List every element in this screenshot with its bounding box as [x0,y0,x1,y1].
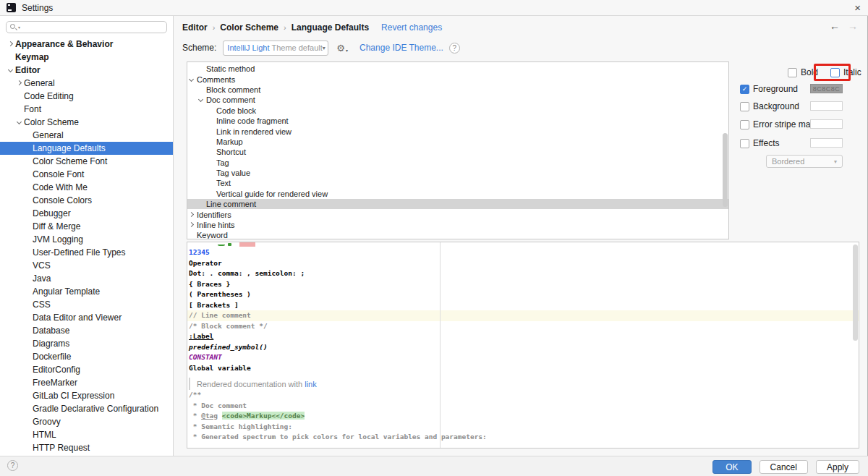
scheme-actions-gear-icon[interactable]: ⚙▾ [336,43,348,54]
preview-block-comment[interactable]: /* Block comment */ [189,321,859,332]
preview-doc-semantic-line[interactable]: * Semantic highlighting: [189,422,859,433]
sidebar-item[interactable]: Console Colors [0,194,174,207]
sidebar-item[interactable]: User-Defined File Types [0,246,174,259]
sidebar-item[interactable]: Appearance & Behavior [0,38,174,51]
sidebar-item[interactable]: Editor [0,64,174,77]
sidebar-item[interactable]: HTTP Request [0,441,174,454]
settings-search-box[interactable]: ▾ [6,21,167,33]
sidebar-item[interactable]: FreeMarker [0,376,174,389]
sidebar-item[interactable]: Debugger [0,207,174,220]
close-icon[interactable]: × [854,1,861,15]
attribute-item[interactable]: Text [187,178,728,188]
sidebar-item[interactable]: CSS [0,298,174,311]
attribute-item[interactable]: Comments [187,74,728,84]
sidebar-item[interactable]: Database [0,324,174,337]
attribute-item[interactable]: Inline hints [187,220,728,230]
sidebar-item[interactable]: Java [0,272,174,285]
attribute-item[interactable]: Line comment [187,199,728,209]
sidebar-item[interactable]: Keymap [0,51,174,64]
chevron-icon [207,137,216,146]
sidebar-item-label: Language Defaults [33,143,106,153]
attribute-item[interactable]: Tag [187,158,728,168]
help-icon[interactable]: ? [449,43,460,54]
foreground-checkbox[interactable]: ✓ [740,85,749,94]
breadcrumb-editor[interactable]: Editor [182,22,208,33]
attribute-item[interactable]: Code block [187,106,728,116]
sidebar-item[interactable]: Groovy [0,415,174,428]
preview-doc-generated-line[interactable]: * Generated spectrum to pick colors for … [189,432,859,443]
sidebar-item[interactable]: Code With Me [0,181,174,194]
preview-brackets-line[interactable]: [ Brackets ] [189,300,859,311]
attribute-item-label: Text [216,179,231,187]
preview-doc-comment-line[interactable]: * Doc comment [189,401,859,412]
sidebar-item[interactable]: HTML [0,428,174,441]
preview-constant-line[interactable]: CONSTANT [189,352,859,363]
sidebar-item[interactable]: Dockerfile [0,350,174,363]
back-arrow-icon[interactable]: ← [830,20,840,32]
sidebar-item[interactable]: JVM Logging [0,233,174,246]
sidebar-item[interactable]: General [0,129,174,142]
sidebar-item[interactable]: EditorConfig [0,363,174,376]
background-checkbox[interactable] [740,102,749,111]
preview-label-line[interactable]: :Label [189,331,859,342]
bold-checkbox[interactable] [788,68,797,77]
error-stripe-checkbox[interactable] [740,120,749,129]
preview-doc-tag-line[interactable]: * @tag <code>Markup<</code> [189,411,859,422]
preview-line-comment[interactable]: // Line comment [189,310,859,321]
attribute-item[interactable]: Static method [187,64,728,74]
effects-color-field[interactable] [810,138,843,148]
attribute-item[interactable]: Vertical guide for rendered view [187,189,728,199]
change-ide-theme-link[interactable]: Change IDE Theme... [359,43,443,53]
attribute-item[interactable]: Markup [187,137,728,147]
cancel-button[interactable]: Cancel [760,460,808,474]
chevron-icon [24,287,33,296]
chevron-icon [7,40,15,48]
ok-button[interactable]: OK [712,460,751,474]
sidebar-item[interactable]: Gradle Declarative Configuration [0,402,174,415]
preview-parentheses-line[interactable]: ( Parentheses ) [189,289,859,300]
sidebar-item[interactable]: Color Scheme Font [0,155,174,168]
sidebar-item[interactable]: GitLab CI Expression [0,389,174,402]
preview-doc-open-line[interactable]: /** [189,390,859,401]
attribute-item[interactable]: Tag value [187,168,728,178]
breadcrumb-color-scheme[interactable]: Color Scheme [220,22,278,33]
revert-changes-link[interactable]: Revert changes [381,22,442,33]
preview-global-variable-line[interactable]: Global variable [189,363,859,374]
sidebar-item[interactable]: Diff & Merge [0,220,174,233]
attribute-item[interactable]: Block comment [187,85,728,95]
sidebar-item[interactable]: Font [0,103,174,116]
tree-scrollbar[interactable] [723,133,728,207]
search-input[interactable] [21,22,163,32]
sidebar-item[interactable]: VCS [0,259,174,272]
foreground-color-swatch[interactable]: 8C8C8C [810,84,843,93]
sidebar-item[interactable]: Language Defaults [0,142,174,155]
error-stripe-color-field[interactable] [810,119,843,129]
attribute-item[interactable]: Doc comment [187,95,728,105]
background-color-field[interactable] [810,101,843,111]
attribute-item[interactable]: Keyword [187,230,728,239]
preview-braces-line[interactable]: { Braces } [189,279,859,290]
help-icon[interactable]: ? [7,460,18,471]
preview-predefined-symbol-line[interactable]: predefined_symbol() [189,342,859,353]
sidebar-item[interactable]: Data Editor and Viewer [0,311,174,324]
sidebar-item[interactable]: Angular Template [0,285,174,298]
sidebar-item[interactable]: Diagrams [0,337,174,350]
scheme-dropdown[interactable]: IntelliJ Light Theme default ▾ [223,41,328,56]
sidebar-item[interactable]: Console Font [0,168,174,181]
attribute-item[interactable]: Inline code fragment [187,116,728,126]
sidebar-item[interactable]: Code Editing [0,90,174,103]
attribute-item[interactable]: Shortcut [187,147,728,157]
sidebar-item-label: Database [33,326,69,336]
preview-operator-line[interactable]: Operator [189,258,859,269]
effects-label: Effects [753,138,779,148]
rendered-doc-link[interactable]: link [305,380,317,388]
chevron-icon [24,261,33,270]
preview-punctuation-line[interactable]: Dot: . comma: , semicolon: ; [189,268,859,279]
preview-number-line[interactable]: 12345 [189,247,859,258]
effects-checkbox[interactable] [740,139,749,148]
attribute-item[interactable]: Link in rendered view [187,126,728,136]
sidebar-item[interactable]: Color Scheme [0,116,174,129]
attribute-item[interactable]: Identifiers [187,209,728,219]
sidebar-item[interactable]: General [0,77,174,90]
apply-button[interactable]: Apply [816,460,859,474]
